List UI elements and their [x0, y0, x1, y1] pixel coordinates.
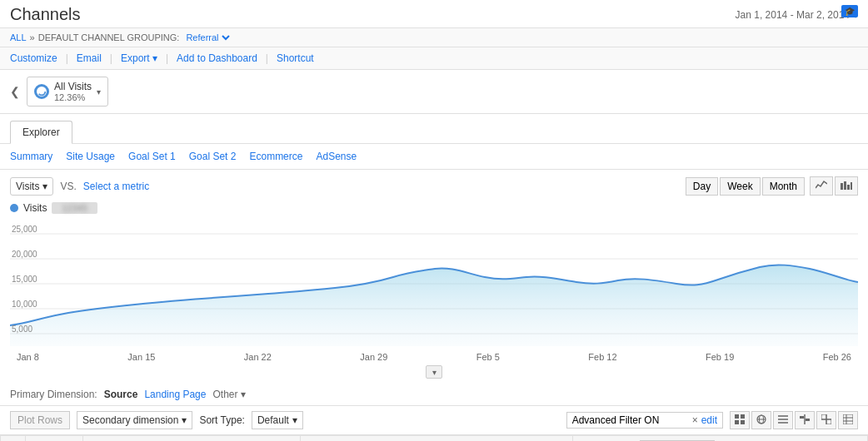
- svg-rect-2: [844, 181, 846, 190]
- date-range-text: Jan 1, 2014 - Mar 2, 2014: [736, 9, 850, 21]
- table-view-button[interactable]: [838, 411, 858, 429]
- svg-point-0: [38, 88, 46, 96]
- x-label-7: Feb 26: [823, 352, 851, 362]
- notification-icon: 🎓: [841, 5, 858, 17]
- explorer-tab-row: Explorer: [0, 114, 868, 144]
- table-controls: Plot Rows Secondary dimension ▾ Sort Typ…: [0, 406, 868, 435]
- sub-nav: Summary Site Usage Goal Set 1 Goal Set 2…: [0, 144, 868, 170]
- select-metric-link[interactable]: Select a metric: [83, 181, 149, 192]
- export-link[interactable]: Export ▾: [121, 52, 157, 64]
- toolbar: Customize | Email | Export ▾ | Add to Da…: [0, 47, 868, 70]
- sort-type-label: Sort Type:: [199, 414, 244, 426]
- data-table: Source ? Acquisition Behavior Conversion…: [0, 435, 868, 441]
- svg-rect-1: [841, 183, 843, 190]
- svg-text:5,000: 5,000: [12, 325, 32, 334]
- week-button[interactable]: Week: [720, 177, 760, 196]
- primary-dim-landing-page[interactable]: Landing Page: [144, 389, 206, 400]
- sub-nav-goal-set-2[interactable]: Goal Set 2: [189, 151, 237, 162]
- line-chart-button[interactable]: [810, 176, 833, 196]
- pivot-view-button[interactable]: [816, 411, 836, 429]
- svg-rect-17: [735, 420, 739, 424]
- x-label-6: Feb 19: [706, 352, 734, 362]
- svg-rect-28: [821, 414, 826, 419]
- x-label-5: Feb 12: [588, 352, 616, 362]
- day-button[interactable]: Day: [686, 177, 718, 196]
- month-button[interactable]: Month: [762, 177, 805, 196]
- segment-label: All Visits: [54, 81, 92, 92]
- channel-select[interactable]: Referral: [182, 32, 232, 43]
- x-label-4: Feb 5: [476, 352, 500, 362]
- date-range[interactable]: Jan 1, 2014 - Mar 2, 2014 ▾: [736, 9, 858, 21]
- svg-rect-4: [851, 182, 852, 190]
- sort-default-select[interactable]: Default ▾: [252, 411, 303, 429]
- x-axis-labels: Jan 8 Jan 15 Jan 22 Jan 29 Feb 5 Feb 12 …: [10, 350, 858, 364]
- select-all-checkbox[interactable]: [1, 436, 26, 442]
- segment-button[interactable]: All Visits 12.36% ▾: [27, 77, 108, 107]
- acquisition-header: Acquisition: [82, 436, 300, 442]
- email-link[interactable]: Email: [77, 52, 102, 64]
- filter-clear-icon[interactable]: ×: [692, 414, 698, 426]
- svg-rect-26: [800, 416, 804, 419]
- vs-text: VS.: [60, 181, 76, 192]
- primary-dim-label: Primary Dimension:: [10, 389, 97, 400]
- x-label-0: Jan 8: [17, 352, 39, 362]
- primary-dim-other[interactable]: Other ▾: [212, 389, 245, 400]
- globe-view-button[interactable]: [751, 411, 771, 429]
- breadcrumb: ALL » DEFAULT CHANNEL GROUPING: Referral: [0, 28, 868, 47]
- segment-area: ❮ All Visits 12.36% ▾: [0, 70, 868, 114]
- chart-legend: Visits 12345: [10, 202, 858, 214]
- segment-value: 12.36%: [54, 92, 92, 102]
- customize-link[interactable]: Customize: [10, 52, 57, 64]
- add-to-dashboard-link[interactable]: Add to Dashboard: [177, 52, 257, 64]
- x-label-2: Jan 22: [244, 352, 272, 362]
- legend-label: Visits: [23, 202, 47, 214]
- metric-1-select[interactable]: Visits ▾: [10, 177, 53, 196]
- sub-nav-summary[interactable]: Summary: [10, 151, 52, 162]
- chart-type-buttons: [810, 176, 858, 196]
- breadcrumb-label: DEFAULT CHANNEL GROUPING:: [38, 32, 180, 42]
- chart-controls: Visits ▾ VS. Select a metric Day Week Mo…: [0, 170, 868, 199]
- shortcut-link[interactable]: Shortcut: [277, 52, 314, 64]
- secondary-dimension-select[interactable]: Secondary dimension ▾: [77, 411, 192, 429]
- chart-expand-arrow[interactable]: ▾: [426, 365, 442, 379]
- source-col-header[interactable]: Source ?: [26, 436, 83, 442]
- legend-value: 12345: [52, 202, 97, 214]
- svg-rect-15: [735, 414, 739, 419]
- x-label-3: Jan 29: [360, 352, 387, 362]
- period-buttons: Day Week Month: [686, 177, 805, 196]
- legend-dot: [10, 204, 18, 212]
- compare-view-button[interactable]: [795, 411, 815, 429]
- explorer-tab[interactable]: Explorer: [10, 121, 72, 144]
- grid-view-button[interactable]: [730, 411, 750, 429]
- behavior-header: Behavior: [300, 436, 572, 442]
- svg-rect-32: [843, 414, 853, 424]
- svg-rect-16: [741, 414, 745, 419]
- sub-nav-goal-set-1[interactable]: Goal Set 1: [128, 151, 176, 162]
- breadcrumb-separator: »: [30, 32, 35, 42]
- sub-nav-ecommerce[interactable]: Ecommerce: [249, 151, 302, 162]
- chart-area: Visits 12345: [0, 199, 868, 384]
- primary-dimension: Primary Dimension: Source Landing Page O…: [0, 384, 868, 406]
- svg-text:20,000: 20,000: [12, 250, 37, 259]
- filter-input-container: × edit: [566, 412, 723, 429]
- x-label-1: Jan 15: [127, 352, 155, 362]
- sub-nav-site-usage[interactable]: Site Usage: [66, 151, 115, 162]
- primary-dim-source[interactable]: Source: [104, 389, 138, 400]
- sub-nav-adsense[interactable]: AdSense: [316, 151, 357, 162]
- view-buttons: [730, 411, 858, 429]
- svg-text:25,000: 25,000: [12, 225, 37, 234]
- plot-rows-button[interactable]: Plot Rows: [10, 411, 70, 429]
- svg-rect-18: [741, 420, 745, 424]
- svg-rect-29: [826, 419, 831, 424]
- segment-circle-icon: [34, 84, 49, 99]
- metric-1-label: Visits: [16, 181, 39, 192]
- bar-chart-button[interactable]: [835, 176, 858, 196]
- svg-text:10,000: 10,000: [12, 300, 37, 309]
- page-title: Channels: [10, 5, 81, 24]
- list-view-button[interactable]: [773, 411, 793, 429]
- filter-input[interactable]: [572, 414, 689, 426]
- filter-edit-link[interactable]: edit: [701, 414, 717, 426]
- segment-chevron[interactable]: ❮: [10, 85, 20, 98]
- breadcrumb-all[interactable]: ALL: [10, 32, 27, 42]
- metric-1-chevron: ▾: [42, 181, 47, 192]
